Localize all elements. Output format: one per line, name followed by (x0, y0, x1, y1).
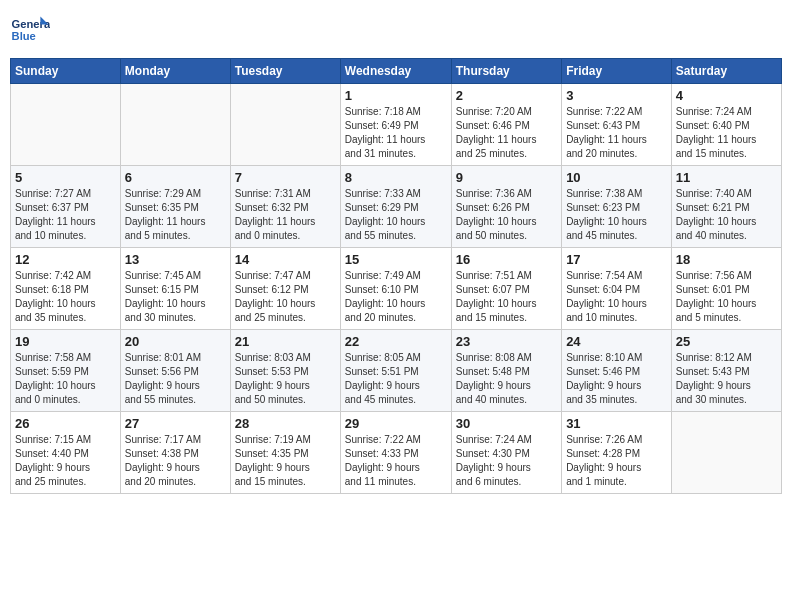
day-number: 29 (345, 416, 447, 431)
day-number: 8 (345, 170, 447, 185)
calendar-cell: 3Sunrise: 7:22 AM Sunset: 6:43 PM Daylig… (562, 84, 672, 166)
calendar-cell: 25Sunrise: 8:12 AM Sunset: 5:43 PM Dayli… (671, 330, 781, 412)
logo: General Blue (10, 10, 54, 50)
day-number: 20 (125, 334, 226, 349)
day-info: Sunrise: 7:29 AM Sunset: 6:35 PM Dayligh… (125, 187, 226, 243)
day-info: Sunrise: 7:47 AM Sunset: 6:12 PM Dayligh… (235, 269, 336, 325)
day-number: 4 (676, 88, 777, 103)
day-info: Sunrise: 7:42 AM Sunset: 6:18 PM Dayligh… (15, 269, 116, 325)
calendar-cell: 10Sunrise: 7:38 AM Sunset: 6:23 PM Dayli… (562, 166, 672, 248)
calendar-cell: 6Sunrise: 7:29 AM Sunset: 6:35 PM Daylig… (120, 166, 230, 248)
calendar-cell (230, 84, 340, 166)
calendar-cell: 19Sunrise: 7:58 AM Sunset: 5:59 PM Dayli… (11, 330, 121, 412)
weekday-header-wednesday: Wednesday (340, 59, 451, 84)
calendar-cell (120, 84, 230, 166)
weekday-header-tuesday: Tuesday (230, 59, 340, 84)
day-number: 31 (566, 416, 667, 431)
weekday-header-sunday: Sunday (11, 59, 121, 84)
calendar-cell: 12Sunrise: 7:42 AM Sunset: 6:18 PM Dayli… (11, 248, 121, 330)
page-header: General Blue (10, 10, 782, 50)
calendar-cell: 23Sunrise: 8:08 AM Sunset: 5:48 PM Dayli… (451, 330, 561, 412)
day-number: 5 (15, 170, 116, 185)
calendar-cell: 9Sunrise: 7:36 AM Sunset: 6:26 PM Daylig… (451, 166, 561, 248)
day-number: 13 (125, 252, 226, 267)
calendar-cell: 26Sunrise: 7:15 AM Sunset: 4:40 PM Dayli… (11, 412, 121, 494)
day-info: Sunrise: 7:38 AM Sunset: 6:23 PM Dayligh… (566, 187, 667, 243)
day-info: Sunrise: 7:45 AM Sunset: 6:15 PM Dayligh… (125, 269, 226, 325)
day-info: Sunrise: 7:17 AM Sunset: 4:38 PM Dayligh… (125, 433, 226, 489)
calendar-cell: 15Sunrise: 7:49 AM Sunset: 6:10 PM Dayli… (340, 248, 451, 330)
day-info: Sunrise: 7:15 AM Sunset: 4:40 PM Dayligh… (15, 433, 116, 489)
day-number: 11 (676, 170, 777, 185)
day-info: Sunrise: 8:03 AM Sunset: 5:53 PM Dayligh… (235, 351, 336, 407)
day-number: 18 (676, 252, 777, 267)
day-number: 7 (235, 170, 336, 185)
weekday-header-friday: Friday (562, 59, 672, 84)
calendar-cell: 11Sunrise: 7:40 AM Sunset: 6:21 PM Dayli… (671, 166, 781, 248)
day-info: Sunrise: 7:31 AM Sunset: 6:32 PM Dayligh… (235, 187, 336, 243)
calendar-cell: 24Sunrise: 8:10 AM Sunset: 5:46 PM Dayli… (562, 330, 672, 412)
day-number: 6 (125, 170, 226, 185)
day-number: 15 (345, 252, 447, 267)
day-number: 1 (345, 88, 447, 103)
day-number: 3 (566, 88, 667, 103)
weekday-header-saturday: Saturday (671, 59, 781, 84)
day-number: 22 (345, 334, 447, 349)
day-number: 19 (15, 334, 116, 349)
day-number: 17 (566, 252, 667, 267)
day-info: Sunrise: 7:33 AM Sunset: 6:29 PM Dayligh… (345, 187, 447, 243)
calendar-cell: 8Sunrise: 7:33 AM Sunset: 6:29 PM Daylig… (340, 166, 451, 248)
day-info: Sunrise: 7:36 AM Sunset: 6:26 PM Dayligh… (456, 187, 557, 243)
calendar-cell: 29Sunrise: 7:22 AM Sunset: 4:33 PM Dayli… (340, 412, 451, 494)
day-number: 26 (15, 416, 116, 431)
day-info: Sunrise: 7:51 AM Sunset: 6:07 PM Dayligh… (456, 269, 557, 325)
day-info: Sunrise: 8:01 AM Sunset: 5:56 PM Dayligh… (125, 351, 226, 407)
day-info: Sunrise: 7:26 AM Sunset: 4:28 PM Dayligh… (566, 433, 667, 489)
day-info: Sunrise: 8:05 AM Sunset: 5:51 PM Dayligh… (345, 351, 447, 407)
calendar-cell: 27Sunrise: 7:17 AM Sunset: 4:38 PM Dayli… (120, 412, 230, 494)
calendar-cell: 31Sunrise: 7:26 AM Sunset: 4:28 PM Dayli… (562, 412, 672, 494)
day-number: 25 (676, 334, 777, 349)
day-number: 30 (456, 416, 557, 431)
day-info: Sunrise: 7:58 AM Sunset: 5:59 PM Dayligh… (15, 351, 116, 407)
calendar-cell: 30Sunrise: 7:24 AM Sunset: 4:30 PM Dayli… (451, 412, 561, 494)
day-info: Sunrise: 7:27 AM Sunset: 6:37 PM Dayligh… (15, 187, 116, 243)
day-info: Sunrise: 7:49 AM Sunset: 6:10 PM Dayligh… (345, 269, 447, 325)
day-info: Sunrise: 7:20 AM Sunset: 6:46 PM Dayligh… (456, 105, 557, 161)
day-info: Sunrise: 7:54 AM Sunset: 6:04 PM Dayligh… (566, 269, 667, 325)
day-info: Sunrise: 7:24 AM Sunset: 6:40 PM Dayligh… (676, 105, 777, 161)
day-info: Sunrise: 7:22 AM Sunset: 4:33 PM Dayligh… (345, 433, 447, 489)
day-info: Sunrise: 7:22 AM Sunset: 6:43 PM Dayligh… (566, 105, 667, 161)
day-info: Sunrise: 7:19 AM Sunset: 4:35 PM Dayligh… (235, 433, 336, 489)
calendar-cell (671, 412, 781, 494)
calendar-cell: 4Sunrise: 7:24 AM Sunset: 6:40 PM Daylig… (671, 84, 781, 166)
day-number: 10 (566, 170, 667, 185)
calendar-cell: 22Sunrise: 8:05 AM Sunset: 5:51 PM Dayli… (340, 330, 451, 412)
day-info: Sunrise: 7:56 AM Sunset: 6:01 PM Dayligh… (676, 269, 777, 325)
calendar-cell: 2Sunrise: 7:20 AM Sunset: 6:46 PM Daylig… (451, 84, 561, 166)
day-number: 23 (456, 334, 557, 349)
day-number: 16 (456, 252, 557, 267)
weekday-header-monday: Monday (120, 59, 230, 84)
day-number: 27 (125, 416, 226, 431)
calendar-cell: 18Sunrise: 7:56 AM Sunset: 6:01 PM Dayli… (671, 248, 781, 330)
calendar-cell: 14Sunrise: 7:47 AM Sunset: 6:12 PM Dayli… (230, 248, 340, 330)
day-info: Sunrise: 8:10 AM Sunset: 5:46 PM Dayligh… (566, 351, 667, 407)
day-info: Sunrise: 7:40 AM Sunset: 6:21 PM Dayligh… (676, 187, 777, 243)
day-number: 24 (566, 334, 667, 349)
weekday-header-thursday: Thursday (451, 59, 561, 84)
calendar-cell: 16Sunrise: 7:51 AM Sunset: 6:07 PM Dayli… (451, 248, 561, 330)
svg-text:Blue: Blue (12, 30, 36, 42)
calendar-table: SundayMondayTuesdayWednesdayThursdayFrid… (10, 58, 782, 494)
day-number: 14 (235, 252, 336, 267)
calendar-cell: 5Sunrise: 7:27 AM Sunset: 6:37 PM Daylig… (11, 166, 121, 248)
calendar-cell: 28Sunrise: 7:19 AM Sunset: 4:35 PM Dayli… (230, 412, 340, 494)
day-number: 9 (456, 170, 557, 185)
day-info: Sunrise: 7:24 AM Sunset: 4:30 PM Dayligh… (456, 433, 557, 489)
day-number: 28 (235, 416, 336, 431)
day-info: Sunrise: 7:18 AM Sunset: 6:49 PM Dayligh… (345, 105, 447, 161)
calendar-cell: 7Sunrise: 7:31 AM Sunset: 6:32 PM Daylig… (230, 166, 340, 248)
calendar-cell: 13Sunrise: 7:45 AM Sunset: 6:15 PM Dayli… (120, 248, 230, 330)
day-number: 2 (456, 88, 557, 103)
calendar-cell (11, 84, 121, 166)
